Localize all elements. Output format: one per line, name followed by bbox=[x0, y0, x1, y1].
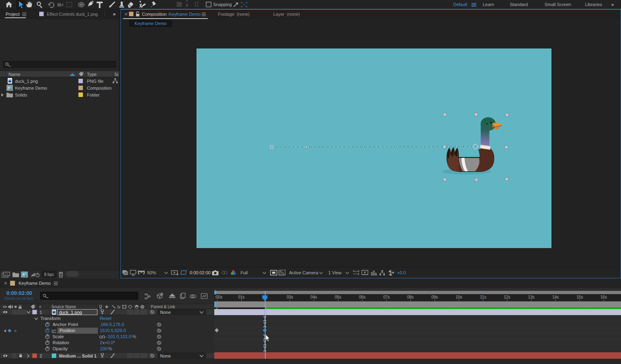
svg-text:#: # bbox=[39, 305, 41, 309]
svg-text:Snapping: Snapping bbox=[213, 2, 232, 7]
svg-text:fx: fx bbox=[117, 305, 121, 309]
svg-text:Source Name: Source Name bbox=[51, 305, 76, 309]
svg-text:Parent & Link: Parent & Link bbox=[151, 305, 175, 309]
